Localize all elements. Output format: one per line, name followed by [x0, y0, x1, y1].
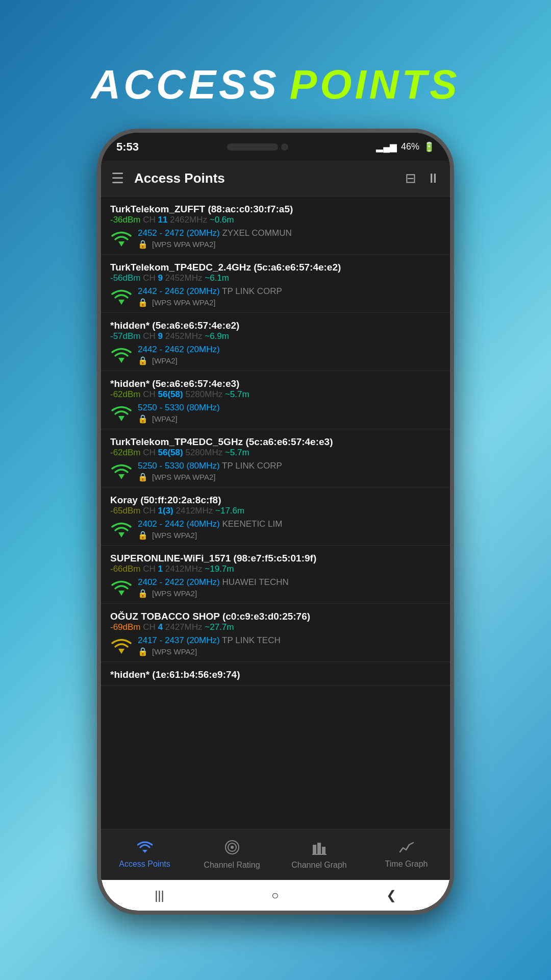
ap-freq-range: 2417 - 2437 (20MHz) TP LINK TECH: [138, 635, 281, 646]
nav-access-points[interactable]: Access Points: [101, 841, 188, 869]
lock-icon: 🔒: [138, 530, 148, 540]
hamburger-menu-icon[interactable]: ☰: [111, 170, 124, 187]
svg-rect-12: [313, 845, 316, 854]
ap-name: SUPERONLINE-WiFi_1571 (98:e7:f5:c5:01:9f…: [110, 553, 441, 564]
ap-dbm: -36dBm: [110, 215, 141, 225]
ap-dbm: -56dBm: [110, 273, 141, 283]
ap-freq-range: 2442 - 2462 (20MHz) TP LINK CORP: [138, 286, 282, 297]
ap-freq-range: 2402 - 2442 (40MHz) KEENETIC LIM: [138, 519, 282, 529]
home-button[interactable]: ○: [271, 888, 279, 902]
nav-channel-graph[interactable]: Channel Graph: [276, 840, 363, 870]
filter-icon[interactable]: ⊟: [405, 170, 416, 186]
ap-freq-range: 5250 - 5330 (80MHz): [138, 403, 220, 413]
title-access: ACCESS: [91, 61, 279, 108]
ap-details: 5250 - 5330 (80MHz) 🔒 [WPA2]: [110, 403, 441, 424]
phone-frame: 5:53 ▂▄▆ 46% 🔋 ☰ Access Points ⊟ ⏸ TurkT…: [97, 129, 454, 915]
access-points-list[interactable]: TurkTelekom_ZUFFT (88:ac:c0:30:f7:a5) -3…: [101, 197, 450, 829]
ap-meta: -69dBm CH 4 2427MHz ~27.7m: [110, 622, 441, 632]
ap-name: *hidden* (1e:61:b4:56:e9:74): [110, 669, 441, 680]
recents-button[interactable]: |||: [155, 888, 164, 902]
ap-freq-range: 5250 - 5330 (80MHz) TP LINK CORP: [138, 461, 282, 471]
ap-details: 2417 - 2437 (20MHz) TP LINK TECH 🔒 [WPS …: [110, 635, 441, 656]
ap-name: TurkTelekom_TP4EDC_5GHz (5c:a6:e6:57:4e:…: [110, 436, 441, 448]
ap-list-item[interactable]: SUPERONLINE-WiFi_1571 (98:e7:f5:c5:01:9f…: [101, 546, 450, 604]
ap-name: OĞUZ TOBACCO SHOP (c0:c9:e3:d0:25:76): [110, 611, 441, 622]
pause-icon[interactable]: ⏸: [427, 170, 440, 186]
ap-list-item[interactable]: Koray (50:ff:20:2a:8c:f8) -65dBm CH 1(3)…: [101, 487, 450, 546]
status-right: ▂▄▆ 46% 🔋: [376, 141, 435, 153]
app-bar-actions: ⊟ ⏸: [405, 170, 440, 186]
ap-dbm: -62dBm: [110, 448, 141, 457]
nav-time-graph[interactable]: Time Graph: [363, 841, 450, 869]
wifi-nav-icon: [137, 841, 153, 857]
ap-security: [WPS WPA2]: [152, 531, 197, 540]
lock-icon: 🔒: [138, 472, 148, 482]
lock-icon: 🔒: [138, 239, 148, 249]
ap-meta: -57dBm CH 9 2452MHz ~6.9m: [110, 331, 441, 341]
app-bar: ☰ Access Points ⊟ ⏸: [101, 161, 450, 197]
ap-list-item[interactable]: TurkTelekom_TP4EDC_2.4GHz (5c:a6:e6:57:4…: [101, 255, 450, 313]
ap-security: [WPS WPA WPA2]: [152, 240, 215, 249]
ap-list-item[interactable]: TurkTelekom_ZUFFT (88:ac:c0:30:f7:a5) -3…: [101, 197, 450, 255]
svg-point-11: [231, 846, 234, 849]
ap-security: [WPA2]: [152, 414, 178, 423]
ap-meta: -65dBm CH 1(3) 2412MHz ~17.6m: [110, 506, 441, 516]
phone-screen: 5:53 ▂▄▆ 46% 🔋 ☰ Access Points ⊟ ⏸ TurkT…: [101, 133, 450, 911]
svg-marker-3: [118, 416, 124, 421]
target-nav-icon: [224, 840, 240, 859]
app-title: Access Points: [134, 170, 405, 186]
svg-marker-8: [142, 850, 147, 853]
nav-label-time-graph: Time Graph: [385, 860, 428, 869]
svg-rect-13: [317, 843, 321, 854]
ap-meta: -56dBm CH 9 2452MHz ~6.1m: [110, 273, 441, 283]
ap-freq-range: 2442 - 2462 (20MHz): [138, 345, 220, 355]
title-points: POINTS: [290, 61, 460, 108]
ap-details: 2402 - 2422 (20MHz) HUAWEI TECHN 🔒 [WPS …: [110, 577, 441, 598]
ap-list-item[interactable]: *hidden* (5e:a6:e6:57:4e:e3) -62dBm CH 5…: [101, 371, 450, 429]
lock-icon: 🔒: [138, 647, 148, 656]
ap-name: *hidden* (5e:a6:e6:57:4e:e3): [110, 378, 441, 389]
ap-list-item[interactable]: OĞUZ TOBACCO SHOP (c0:c9:e3:d0:25:76) -6…: [101, 604, 450, 662]
notch-dot: [281, 143, 288, 151]
ap-meta: -62dBm CH 56(58) 5280MHz ~5.7m: [110, 448, 441, 458]
ap-dbm: -62dBm: [110, 389, 141, 399]
lock-icon: 🔒: [138, 298, 148, 307]
ap-security: [WPS WPA2]: [152, 589, 197, 598]
ap-name: TurkTelekom_TP4EDC_2.4GHz (5c:a6:e6:57:4…: [110, 262, 441, 273]
notch-pill: [227, 143, 278, 151]
ap-list-item[interactable]: TurkTelekom_TP4EDC_5GHz (5c:a6:e6:57:4e:…: [101, 429, 450, 487]
ap-freq-range: 2452 - 2472 (20MHz) ZYXEL COMMUN: [138, 228, 292, 238]
ap-dbm: -69dBm: [110, 622, 141, 632]
back-button[interactable]: ❮: [386, 888, 396, 902]
svg-marker-4: [118, 474, 124, 479]
ap-security: [WPS WPA WPA2]: [152, 473, 215, 481]
nav-label-access-points: Access Points: [119, 860, 170, 869]
battery-text: 46%: [401, 141, 419, 152]
ap-dbm: -66dBm: [110, 564, 141, 574]
ap-name: TurkTelekom_ZUFFT (88:ac:c0:30:f7:a5): [110, 204, 441, 215]
lock-icon: 🔒: [138, 589, 148, 598]
ap-meta: -62dBm CH 56(58) 5280MHz ~5.7m: [110, 389, 441, 400]
nav-label-channel-graph: Channel Graph: [291, 861, 347, 870]
svg-rect-14: [322, 847, 325, 854]
bar-chart-nav-icon: [312, 840, 327, 859]
svg-marker-5: [118, 532, 124, 537]
ap-details: 2442 - 2462 (20MHz) 🔒 [WPA2]: [110, 345, 441, 365]
ap-list-item[interactable]: *hidden* (1e:61:b4:56:e9:74): [101, 662, 450, 686]
ap-meta: -36dBm CH 11 2462MHz ~0.6m: [110, 215, 441, 225]
svg-rect-15: [312, 854, 327, 855]
status-notch: [217, 139, 298, 155]
ap-security: [WPS WPA WPA2]: [152, 298, 215, 307]
signal-icon: ▂▄▆: [376, 141, 397, 153]
lock-icon: 🔒: [138, 414, 148, 424]
line-chart-nav-icon: [399, 841, 414, 857]
svg-marker-2: [118, 358, 124, 363]
status-bar: 5:53 ▂▄▆ 46% 🔋: [101, 133, 450, 161]
ap-name: Koray (50:ff:20:2a:8c:f8): [110, 495, 441, 506]
system-nav: ||| ○ ❮: [101, 880, 450, 911]
ap-dbm: -65dBm: [110, 506, 141, 516]
ap-list-item[interactable]: *hidden* (5e:a6:e6:57:4e:e2) -57dBm CH 9…: [101, 313, 450, 371]
bottom-nav: Access Points Channel Rating: [101, 829, 450, 880]
ap-details: 5250 - 5330 (80MHz) TP LINK CORP 🔒 [WPS …: [110, 461, 441, 482]
nav-channel-rating[interactable]: Channel Rating: [188, 840, 276, 870]
